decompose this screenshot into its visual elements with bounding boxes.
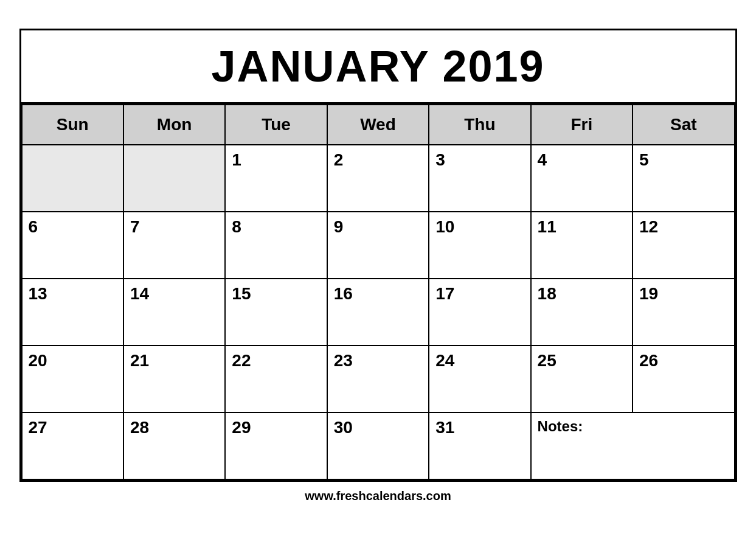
day-8: 8 <box>225 212 327 279</box>
header-mon: Mon <box>123 105 225 145</box>
day-21: 21 <box>123 346 225 412</box>
calendar-grid: Sun Mon Tue Wed Thu Fri Sat 1 2 3 4 5 <box>21 104 735 480</box>
header-fri: Fri <box>531 105 633 145</box>
day-26: 26 <box>633 346 734 412</box>
day-10: 10 <box>429 212 530 279</box>
header-sun: Sun <box>22 105 123 145</box>
header-thu: Thu <box>429 105 530 145</box>
days-header-row: Sun Mon Tue Wed Thu Fri Sat <box>22 105 735 145</box>
week-row-2: 6 7 8 9 10 11 12 <box>22 212 735 279</box>
header-wed: Wed <box>327 105 429 145</box>
day-17: 17 <box>429 279 530 346</box>
day-22: 22 <box>225 346 327 412</box>
day-empty-1 <box>22 145 123 212</box>
notes-label: Notes: <box>538 418 583 434</box>
day-1: 1 <box>225 145 327 212</box>
week-row-5: 27 28 29 30 31 Notes: <box>22 412 735 479</box>
day-18: 18 <box>531 279 633 346</box>
day-27: 27 <box>22 412 123 479</box>
day-5: 5 <box>633 145 734 212</box>
day-30: 30 <box>327 412 429 479</box>
header-tue: Tue <box>225 105 327 145</box>
calendar-title: JANUARY 2019 <box>21 30 735 104</box>
footer: www.freshcalendars.com <box>297 482 458 510</box>
day-24: 24 <box>429 346 530 412</box>
notes-cell: Notes: <box>531 412 735 479</box>
day-19: 19 <box>633 279 734 346</box>
day-15: 15 <box>225 279 327 346</box>
day-16: 16 <box>327 279 429 346</box>
week-row-1: 1 2 3 4 5 <box>22 145 735 212</box>
week-row-3: 13 14 15 16 17 18 19 <box>22 279 735 346</box>
day-7: 7 <box>123 212 225 279</box>
day-25: 25 <box>531 346 633 412</box>
day-11: 11 <box>531 212 633 279</box>
day-3: 3 <box>429 145 530 212</box>
day-29: 29 <box>225 412 327 479</box>
day-14: 14 <box>123 279 225 346</box>
day-12: 12 <box>633 212 734 279</box>
day-4: 4 <box>531 145 633 212</box>
day-9: 9 <box>327 212 429 279</box>
day-6: 6 <box>22 212 123 279</box>
day-2: 2 <box>327 145 429 212</box>
day-13: 13 <box>22 279 123 346</box>
day-20: 20 <box>22 346 123 412</box>
day-empty-2 <box>123 145 225 212</box>
day-28: 28 <box>123 412 225 479</box>
day-23: 23 <box>327 346 429 412</box>
calendar-wrapper: JANUARY 2019 Sun Mon Tue Wed Thu Fri Sat… <box>19 29 737 482</box>
day-31: 31 <box>429 412 530 479</box>
header-sat: Sat <box>633 105 734 145</box>
week-row-4: 20 21 22 23 24 25 26 <box>22 346 735 412</box>
